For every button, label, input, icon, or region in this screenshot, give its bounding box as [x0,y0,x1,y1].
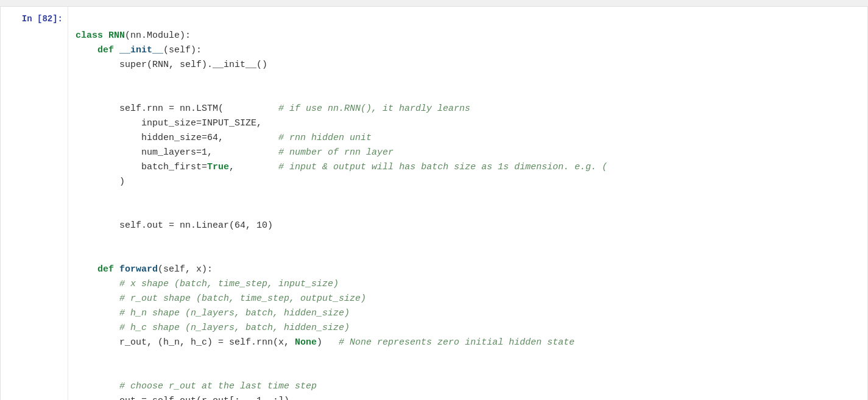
code-line-9: batch_first=True, # input & output will … [76,162,607,172]
code-line-17: # h_n shape (n_layers, batch, hidden_siz… [76,308,350,318]
code-block: class RNN(nn.Module): def __init__(self)… [76,14,858,400]
code-line-10: ) [76,177,125,187]
code-line-15: # x shape (batch, time_step, input_size) [76,279,339,289]
code-line-18: # h_c shape (n_layers, batch, hidden_siz… [76,323,350,333]
code-line-7: hidden_size=64, # rnn hidden unit [76,133,372,143]
notebook-cell: In [82]: class RNN(nn.Module): def __ini… [0,6,868,400]
code-line-22: out = self.out(r_out[:, -1, :]) [76,396,289,400]
code-line-6: input_size=INPUT_SIZE, [76,118,262,128]
code-line-3: super(RNN, self).__init__() [76,60,267,70]
cell-content: class RNN(nn.Module): def __init__(self)… [68,7,867,400]
code-line-5: self.rnn = nn.LSTM( # if use nn.RNN(), i… [76,104,470,114]
code-line-1: class RNN(nn.Module): [76,30,191,41]
code-line-21: # choose r_out at the last time step [76,381,317,391]
code-line-13 [76,233,858,248]
code-line-4 [76,72,858,87]
code-line-11 [76,189,858,204]
code-line-20 [76,350,858,365]
code-line-12: self.out = nn.Linear(64, 10) [76,220,273,231]
code-line-14: def forward(self, x): [76,264,213,275]
code-line-2: def __init__(self): [76,45,202,55]
cell-label: In [82]: [1,7,68,400]
code-line-8: num_layers=1, # number of rnn layer [76,147,393,158]
code-line-16: # r_out shape (batch, time_step, output_… [76,293,366,304]
code-line-19: r_out, (h_n, h_c) = self.rnn(x, None) # … [76,337,574,348]
